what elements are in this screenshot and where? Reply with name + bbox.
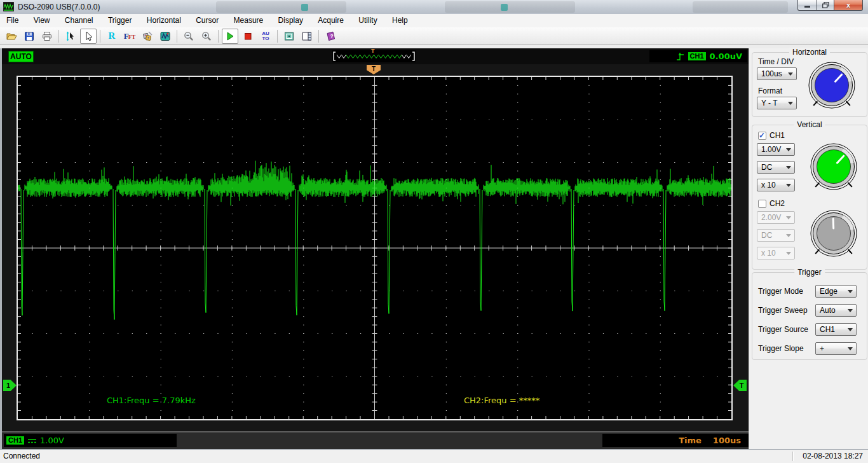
- toolbar-separator: [277, 30, 278, 43]
- time-per-div: 100us: [713, 436, 741, 445]
- minimize-button[interactable]: [797, 0, 817, 11]
- horizontal-group-title: Horizontal: [789, 48, 830, 57]
- zoom-in-icon: [201, 31, 212, 41]
- rising-edge-icon: [676, 52, 684, 61]
- save-button[interactable]: [21, 29, 37, 44]
- restore-button[interactable]: [817, 0, 834, 11]
- background-tab: [216, 1, 346, 13]
- title-bar: DSO-2090 USB(7.0.0.0) x: [0, 0, 868, 15]
- trigger-slope-select[interactable]: +: [815, 342, 857, 355]
- open-file-button[interactable]: [3, 29, 20, 44]
- zoom-in-button[interactable]: [198, 29, 215, 44]
- save-icon: [24, 31, 34, 41]
- ch1-scale-readout: CH1 1.00V: [4, 434, 177, 447]
- toolbar-separator: [318, 30, 319, 43]
- ch1-coupling-select[interactable]: DC: [757, 161, 795, 174]
- horizontal-group: Horizontal Time / DIV 100us Format Y - T: [752, 52, 867, 117]
- window-title: DSO-2090 USB(7.0.0.0): [18, 0, 100, 14]
- ch1-vertical-knob[interactable]: [807, 140, 860, 193]
- cursor-measure-button[interactable]: [62, 29, 79, 44]
- menu-file[interactable]: File: [0, 14, 25, 27]
- pointer-tool-button[interactable]: [80, 29, 97, 44]
- scope-display: CH1:Frequ = 7.79kHz CH2:Frequ = *****: [17, 76, 733, 420]
- calibration-icon: [142, 31, 153, 41]
- stop-icon: [243, 31, 253, 41]
- trigger-level-marker[interactable]: T: [733, 380, 747, 391]
- background-tab-icon: [501, 4, 508, 11]
- svg-text:?: ?: [330, 32, 333, 39]
- trigger-source-select[interactable]: CH1: [815, 323, 857, 336]
- close-button[interactable]: x: [834, 0, 863, 11]
- background-tab: [445, 1, 575, 13]
- timebase-readout: Time 100us: [602, 434, 749, 447]
- vertical-group: Vertical CH1 1.00V DC x 10 CH2 2.00V DC …: [752, 125, 867, 270]
- scope-top-strip: AUTO T CH1 0.00uV: [2, 48, 749, 64]
- menu-acquire[interactable]: Acquire: [311, 14, 350, 27]
- ch1-checkbox-label: CH1: [770, 131, 785, 140]
- toolbar-separator: [177, 30, 177, 43]
- menu-cursor[interactable]: Cursor: [189, 14, 225, 27]
- ch1-volts-select[interactable]: 1.00V: [757, 143, 795, 156]
- vertical-group-title: Vertical: [794, 120, 825, 129]
- print-button[interactable]: [39, 29, 55, 44]
- autoset-button[interactable]: AUTO: [257, 29, 274, 44]
- autoset-icon: AUTO: [262, 31, 269, 41]
- menu-utility[interactable]: Utility: [352, 14, 383, 27]
- format-select[interactable]: Y - T: [757, 97, 797, 109]
- trigger-group-title: Trigger: [794, 268, 825, 277]
- refresh-button[interactable]: R: [104, 29, 120, 44]
- fft-button[interactable]: FFT: [121, 29, 138, 44]
- waveform-display-button[interactable]: [157, 29, 173, 44]
- ch1-probe-select[interactable]: x 10: [757, 179, 795, 191]
- control-panel: Horizontal Time / DIV 100us Format Y - T…: [749, 48, 868, 449]
- trigger-sweep-select[interactable]: Auto: [815, 304, 857, 317]
- scope-canvas: [18, 77, 731, 419]
- trigger-position-marker[interactable]: T: [367, 65, 381, 74]
- menu-channel[interactable]: Channel: [58, 14, 100, 27]
- fullscreen-button[interactable]: [281, 29, 297, 44]
- timediv-label: Time / DIV: [758, 57, 794, 66]
- zoom-out-icon: [184, 31, 194, 41]
- waveform-icon: [160, 31, 170, 41]
- calibration-button[interactable]: [139, 29, 156, 44]
- ch1-ground-marker[interactable]: 1: [3, 380, 17, 391]
- toolbar-separator: [100, 30, 100, 43]
- trigger-level-readout: CH1 0.00uV: [649, 50, 747, 62]
- start-button[interactable]: [222, 29, 238, 44]
- time-label: Time: [679, 436, 702, 445]
- panel-layout-button[interactable]: [299, 29, 315, 44]
- fullscreen-icon: [284, 31, 294, 41]
- zoom-out-button[interactable]: [180, 29, 197, 44]
- background-tab-icon: [301, 4, 308, 11]
- scope-area: AUTO T CH1 0.00uV CH1:Frequ = 7.79kHz CH…: [0, 48, 749, 449]
- trigger-mode-select[interactable]: Edge: [815, 285, 857, 298]
- menu-trigger[interactable]: Trigger: [102, 14, 139, 27]
- background-tab: [693, 1, 788, 13]
- menu-view[interactable]: View: [27, 14, 57, 27]
- ch2-checkbox[interactable]: [758, 200, 766, 208]
- open-folder-icon: [6, 31, 17, 41]
- menu-help[interactable]: Help: [386, 14, 414, 27]
- trigger-level-value: 0.00uV: [710, 52, 742, 61]
- trigger-channel-badge: CH1: [688, 52, 706, 60]
- ch2-volts-select: 2.00V: [757, 211, 795, 224]
- timediv-select[interactable]: 100us: [757, 67, 797, 80]
- trigger-source-label: Trigger Source: [758, 325, 808, 334]
- ch2-checkbox-label: CH2: [770, 199, 785, 208]
- menu-measure[interactable]: Measure: [227, 14, 270, 27]
- connection-status: Connected: [3, 452, 40, 460]
- stop-button[interactable]: [240, 29, 256, 44]
- horizontal-knob[interactable]: [805, 59, 858, 112]
- menu-horizontal[interactable]: Horizontal: [140, 14, 187, 27]
- menu-display[interactable]: Display: [272, 14, 309, 27]
- panel-layout-icon: [302, 31, 312, 41]
- trigger-mode-badge: AUTO: [8, 51, 34, 62]
- ch2-vertical-knob[interactable]: [807, 207, 860, 260]
- ch1-checkbox[interactable]: [758, 132, 766, 140]
- pointer-icon: [83, 31, 93, 41]
- trigger-mode-label: Trigger Mode: [758, 287, 803, 296]
- format-label: Format: [758, 86, 782, 95]
- preview-trigger-marker[interactable]: T: [371, 48, 375, 54]
- ch1-frequency-label: CH1:Frequ = 7.79kHz: [107, 396, 196, 405]
- help-button[interactable]: ?: [322, 29, 339, 44]
